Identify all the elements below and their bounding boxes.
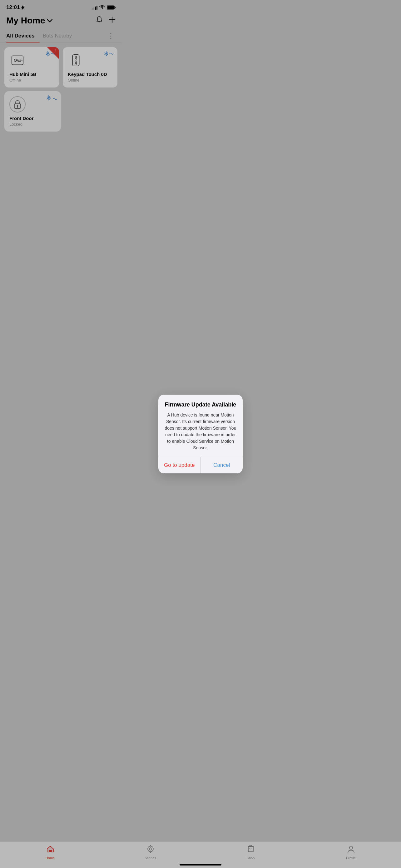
dialog-overlay: Firmware Update Available A Hub device i…	[0, 0, 122, 264]
